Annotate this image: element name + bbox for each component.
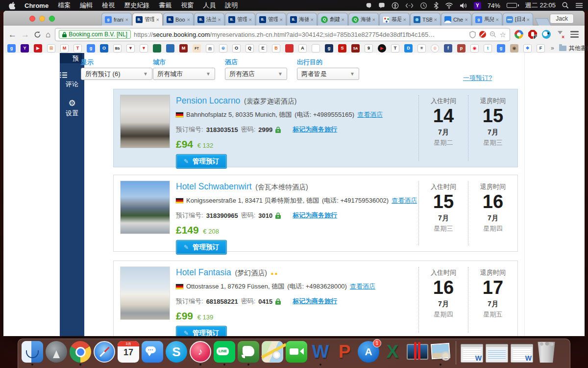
dock-powerpoint[interactable]: P [334,341,355,367]
xcode-brackets-icon[interactable] [405,2,414,9]
time-machine-icon[interactable] [420,2,427,9]
evernote-status-icon[interactable] [365,2,372,9]
bookmark-favicon-15[interactable]: (I) [206,44,214,53]
close-window-button[interactable] [29,16,35,22]
yahoo-messenger-icon[interactable]: Y [474,2,481,9]
tab-6[interactable]: B.海德× [287,13,317,26]
bookmark-favicon-7[interactable]: O [100,44,108,53]
bookmark-favicon-39[interactable]: ❖ [523,44,532,53]
back-button[interactable]: ← [8,30,17,39]
accessibility-icon[interactable] [392,2,399,9]
profile-button[interactable]: Jack [550,14,574,24]
tab-close-icon[interactable]: × [311,17,314,23]
dock-messages[interactable]: ••• [142,341,163,367]
home-button[interactable]: ⌂ [46,30,50,39]
bookmark-favicon-34[interactable]: p [457,44,466,53]
menubar-app-name[interactable]: Chrome [24,2,49,9]
tab-close-icon[interactable]: × [527,17,530,23]
tab-close-icon[interactable]: × [280,17,283,23]
url-text[interactable]: https://secure.booking.com/myreservation… [134,31,466,38]
tab-close-icon[interactable]: × [403,17,406,23]
bookmark-favicon-26[interactable]: SA [351,44,360,53]
tab-13[interactable]: [日本× [503,13,533,26]
tab-12[interactable]: g馬兒× [472,13,502,26]
tab-3[interactable]: B.法兰:× [194,13,224,26]
menubar-clock[interactable]: 週二 22:05 [525,1,556,10]
extension-pinwheel-icon[interactable] [514,30,523,39]
dock-evernote[interactable] [238,341,259,367]
extension-blue-icon[interactable] [542,30,551,39]
filter-dropdown-hotel[interactable]: 所有酒店▼ [225,68,287,80]
mark-business-trip-link[interactable]: 标记为商务旅行 [293,211,337,220]
dock-finder[interactable] [22,341,43,367]
hotel-name-link[interactable]: Hotel Fantasia [176,267,231,277]
bookmark-favicon-14[interactable]: FT [193,44,201,53]
apple-menu-icon[interactable] [9,2,15,9]
tab-close-icon[interactable]: × [372,17,375,23]
bookmark-favicon-28[interactable]: ▶ [378,44,386,53]
sidebar-item-settings[interactable]: ⚙ 设置 [60,99,84,118]
wifi-icon[interactable] [445,2,453,9]
dock-window-browser[interactable] [486,344,508,367]
dock-safari[interactable] [94,341,115,367]
zoom-window-button[interactable] [49,16,55,22]
bookmark-favicon-29[interactable]: T [391,44,399,53]
bookmark-favicon-30[interactable]: D [404,44,413,53]
mark-business-trip-link[interactable]: 标记为商务旅行 [293,125,337,134]
tab-close-icon[interactable]: × [342,17,344,23]
tab-1[interactable]: B.管理:× [132,13,163,26]
download-blocked-icon[interactable] [556,30,564,39]
bookmark-favicon-5[interactable]: T [74,44,82,53]
bookmark-favicon-27[interactable]: 9 [365,44,373,53]
tab-close-icon[interactable]: × [156,17,159,23]
dock-window-word-b[interactable]: W [511,344,533,367]
tab-9[interactable]: 慕尼:× [379,13,410,26]
tab-11[interactable]: Chea× [441,13,471,26]
dock-itunes[interactable]: ♪ [190,341,211,367]
shield-icon[interactable] [469,31,476,38]
bookmark-favicon-11[interactable] [153,44,161,53]
view-hotel-link[interactable]: 查看酒店 [350,282,375,291]
content-blocked-icon[interactable] [479,31,486,38]
tab-7[interactable]: Q創建:× [318,13,348,26]
filter-dropdown-purpose[interactable]: 两者皆是▼ [297,68,359,80]
notification-center-icon[interactable] [575,2,583,8]
bluetooth-icon[interactable] [434,2,439,9]
dock-excel[interactable]: X [382,341,403,367]
bookmark-favicon-16[interactable]: ⊕ [219,44,227,53]
bookmark-favicon-31[interactable]: ✳ [417,44,426,53]
bookmark-favicon-35[interactable]: ◉ [470,44,479,53]
dock-line[interactable]: LINE [214,341,235,367]
bookmark-favicon-22[interactable]: A [298,44,307,53]
bookmark-favicon-38[interactable]: ◉ [510,44,518,53]
dock-facetime[interactable] [286,341,307,367]
dock-word[interactable]: W [310,341,331,367]
manage-booking-button[interactable]: ✎ 管理预订 [176,240,227,255]
dock-window-word-a[interactable]: W [461,344,483,367]
address-bar[interactable]: Booking.com B.V. [NL] https://secure.boo… [55,28,510,41]
tab-close-icon[interactable]: × [249,17,252,23]
filter-dropdown-city[interactable]: 所有城市▼ [153,68,215,80]
bookmark-favicon-2[interactable]: ▶ [34,44,42,53]
manage-booking-button[interactable]: ✎ 管理预订 [176,154,227,169]
tab-8[interactable]: Q海德× [348,13,379,26]
sidebar-item-reservations[interactable]: 预 [60,53,82,63]
bookmark-favicon-21[interactable] [285,44,294,53]
dock-chrome[interactable] [70,341,91,367]
menu-item-1[interactable]: 編輯 [80,1,93,10]
tab-close-icon[interactable]: × [496,17,499,23]
bookmark-favicon-36[interactable]: t [484,44,492,53]
tab-2[interactable]: B.Boo× [163,13,194,26]
one-booking-link[interactable]: 一项预订? [463,74,492,82]
menu-item-2[interactable]: 檢視 [102,1,115,10]
bookmark-favicon-12[interactable] [166,44,174,53]
view-hotel-link[interactable]: 查看酒店 [357,110,383,119]
bookmark-favicon-4[interactable]: M [60,44,69,53]
bookmark-favicon-33[interactable]: f [444,44,452,53]
reload-button[interactable] [34,31,41,38]
bookmark-favicon-1[interactable]: Y [21,44,29,53]
menu-item-4[interactable]: 書籤 [159,1,172,10]
manage-booking-button[interactable]: ✎ 管理预订 [176,326,227,336]
forward-button[interactable]: → [21,30,29,39]
mark-business-trip-link[interactable]: 标记为商务旅行 [293,297,337,306]
